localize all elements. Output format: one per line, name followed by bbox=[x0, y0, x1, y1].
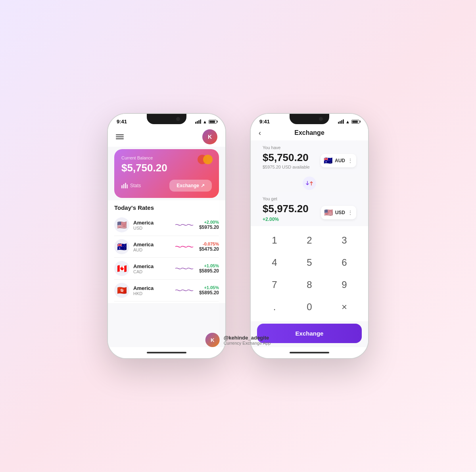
numpad-key-8[interactable]: 8 bbox=[292, 274, 327, 296]
rate-info: America HKD bbox=[133, 285, 171, 296]
numpad-key-5[interactable]: 5 bbox=[292, 251, 327, 274]
phone1: 9:41 ▲ bbox=[107, 113, 226, 359]
exchange-title: Exchange bbox=[294, 129, 324, 136]
hamburger-line bbox=[116, 134, 124, 135]
flag-circle: 🇦🇺 bbox=[114, 239, 129, 254]
rate-item[interactable]: 🇺🇸 America USD +2.00% $5975.20 bbox=[114, 214, 219, 236]
footer-avatar: K bbox=[205, 333, 220, 347]
battery-fill-2 bbox=[352, 121, 358, 123]
wifi-icon: ▲ bbox=[203, 119, 207, 124]
exchange-action-button[interactable]: Exchange bbox=[257, 324, 362, 343]
balance-label: Current Balance bbox=[121, 155, 212, 160]
back-button[interactable]: ‹ bbox=[259, 129, 261, 137]
numpad-key-3[interactable]: 3 bbox=[327, 229, 362, 251]
svg-rect-0 bbox=[121, 185, 123, 188]
rate-pct: -0.075% bbox=[199, 242, 219, 246]
card-bottom: Stats Exchange ↗ bbox=[121, 180, 212, 192]
exchange-header: ‹ Exchange bbox=[251, 126, 368, 140]
numpad-key-7[interactable]: 7 bbox=[257, 274, 292, 296]
rate-item[interactable]: 🇭🇰 America HKD +1.05% $5895.20 bbox=[114, 280, 219, 301]
signal-bar bbox=[338, 122, 339, 124]
avatar-initials: K bbox=[208, 134, 212, 140]
signal-bar bbox=[340, 121, 341, 124]
usd-more-icon: ⋮ bbox=[347, 209, 353, 216]
rate-chart-squiggle bbox=[175, 221, 195, 229]
battery-icon bbox=[209, 120, 217, 124]
numpad-key-2[interactable]: 2 bbox=[292, 229, 327, 251]
status-time-1: 9:41 bbox=[117, 119, 127, 125]
rate-item[interactable]: 🇨🇦 America CAD +1.05% $5895.20 bbox=[114, 258, 219, 280]
rate-amount: $5895.20 bbox=[199, 268, 219, 274]
numpad-key-6[interactable]: 6 bbox=[327, 251, 362, 274]
numpad: 123456789.0× bbox=[251, 226, 368, 321]
status-time-2: 9:41 bbox=[259, 119, 270, 125]
phone2: 9:41 ▲ ‹ Exchange bbox=[250, 113, 369, 359]
chart-icon bbox=[121, 183, 128, 188]
footer-attribution: K @kehinde_adegite Currency Exchange App bbox=[205, 333, 271, 347]
numpad-key-9[interactable]: 9 bbox=[327, 274, 362, 296]
numpad-key-4[interactable]: 4 bbox=[257, 251, 292, 274]
aud-flag: 🇦🇺 bbox=[324, 156, 332, 165]
home-bar-2 bbox=[290, 352, 329, 353]
swap-button[interactable] bbox=[303, 177, 316, 190]
signal-bar bbox=[341, 120, 342, 124]
signal-bars-2 bbox=[338, 119, 344, 124]
rate-pct: +1.05% bbox=[199, 285, 219, 290]
hamburger-menu[interactable] bbox=[116, 134, 124, 139]
rate-values: +1.05% $5895.20 bbox=[199, 263, 219, 274]
rate-country: America bbox=[133, 263, 171, 269]
notch bbox=[147, 114, 186, 124]
rate-item[interactable]: 🇦🇺 America AUD -0.075% $5475.20 bbox=[114, 236, 219, 258]
numpad-key-.[interactable]: . bbox=[257, 296, 292, 318]
scene: 9:41 ▲ bbox=[107, 113, 369, 359]
status-icons-1: ▲ bbox=[195, 119, 217, 124]
swap-icon bbox=[306, 180, 313, 186]
you-get-box: You get $5,975.20 +2.00% 🇺🇸 USD ⋮ bbox=[257, 192, 362, 226]
rate-chart-squiggle bbox=[175, 265, 195, 272]
rate-code: USD bbox=[133, 226, 171, 230]
svg-rect-3 bbox=[127, 184, 128, 188]
exchange-body: You have $5,750.20 $5975.20 USD availabl… bbox=[251, 140, 368, 226]
rate-values: +1.05% $5895.20 bbox=[199, 285, 219, 295]
you-have-amount: $5,750.20 bbox=[263, 152, 310, 164]
aud-selector[interactable]: 🇦🇺 AUD ⋮ bbox=[321, 154, 356, 167]
rates-section: Today's Rates 🇺🇸 America USD +2.00% $597… bbox=[108, 200, 225, 303]
user-avatar[interactable]: K bbox=[202, 129, 217, 144]
signal-bar bbox=[197, 121, 198, 124]
numpad-key-0[interactable]: 0 bbox=[292, 296, 327, 318]
rate-amount: $5475.20 bbox=[199, 246, 219, 252]
you-get-label: You get bbox=[263, 196, 356, 201]
rate-country: America bbox=[133, 285, 171, 291]
rate-amount: $5975.20 bbox=[199, 224, 219, 230]
numpad-key-1[interactable]: 1 bbox=[257, 229, 292, 251]
signal-bars-1 bbox=[195, 119, 201, 124]
usd-selector[interactable]: 🇺🇸 USD ⋮ bbox=[321, 206, 356, 219]
home-indicator-1 bbox=[108, 347, 225, 358]
rates-title: Today's Rates bbox=[114, 204, 219, 211]
rate-country: America bbox=[133, 242, 171, 248]
usd-flag: 🇺🇸 bbox=[324, 208, 333, 217]
stats-label: Stats bbox=[130, 183, 141, 188]
swap-container bbox=[257, 177, 362, 190]
flag-circle: 🇺🇸 bbox=[114, 217, 129, 232]
flag-circle: 🇨🇦 bbox=[114, 261, 129, 276]
footer-text: @kehinde_adegite Currency Exchange App bbox=[224, 335, 271, 345]
rate-info: America USD bbox=[133, 220, 171, 230]
rate-info: America CAD bbox=[133, 263, 171, 274]
balance-card: Current Balance $5,750.20 Stats Exchange bbox=[114, 149, 219, 198]
you-get-amount: $5,975.20 bbox=[263, 203, 309, 215]
home-indicator-2 bbox=[251, 347, 368, 358]
rate-pct: +1.05% bbox=[199, 263, 219, 268]
battery-fill bbox=[209, 121, 215, 123]
hamburger-line bbox=[116, 136, 124, 137]
exchange-button-card[interactable]: Exchange ↗ bbox=[169, 180, 212, 192]
rate-pct: +2.00% bbox=[199, 220, 219, 224]
you-have-row: $5,750.20 $5975.20 USD available 🇦🇺 AUD … bbox=[263, 152, 356, 169]
you-have-label: You have bbox=[263, 145, 356, 150]
stats-button[interactable]: Stats bbox=[121, 183, 141, 188]
aud-code: AUD bbox=[335, 158, 345, 163]
numpad-key-×[interactable]: × bbox=[327, 296, 362, 318]
rate-code: HKD bbox=[133, 291, 171, 296]
exchange-btn-label: Exchange bbox=[177, 183, 199, 188]
hamburger-line bbox=[116, 138, 124, 139]
